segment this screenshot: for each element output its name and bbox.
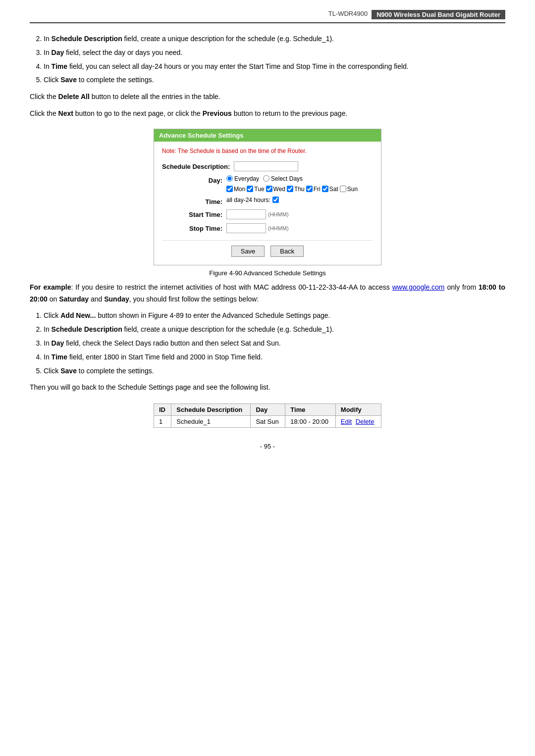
day-check-sat: Sat bbox=[322, 186, 338, 193]
intro-step-3: In Day field, select the day or days you… bbox=[44, 47, 505, 59]
start-time-field: (HHMM) bbox=[226, 209, 289, 219]
stop-hhmm-hint: (HHMM) bbox=[268, 225, 289, 231]
intro-step-5-bold: Save bbox=[60, 76, 77, 84]
example-step-4: In Time field, enter 1800 in Start Time … bbox=[44, 352, 505, 363]
day-checks: Mon Tue Wed Thu bbox=[226, 186, 358, 193]
select-days-label: Select Days bbox=[271, 175, 303, 182]
example-steps: Click Add New... button shown in Figure … bbox=[44, 310, 505, 377]
google-link[interactable]: www.google.com bbox=[392, 283, 445, 291]
day-check-sun: Sun bbox=[340, 186, 358, 193]
figure-caption: Figure 4-90 Advanced Schedule Settings bbox=[209, 269, 326, 277]
schedule-desc-label: Schedule Description: bbox=[162, 161, 234, 170]
back-button[interactable]: Back bbox=[270, 246, 304, 257]
day-check-mon: Mon bbox=[226, 186, 245, 193]
label-sun: Sun bbox=[347, 186, 358, 193]
start-time-row: Start Time: (HHMM) bbox=[162, 209, 373, 219]
settings-note: Note: The Schedule is based on the time … bbox=[162, 148, 373, 154]
day-label: Day: bbox=[162, 175, 226, 184]
allday-checkbox[interactable] bbox=[272, 197, 279, 203]
day-row: Day: Everyday Select Days bbox=[162, 175, 373, 193]
then-text: Then you will go back to the Schedule Se… bbox=[30, 382, 505, 394]
start-time-label: Start Time: bbox=[162, 209, 226, 218]
example-step-2: In Schedule Description field, create a … bbox=[44, 324, 505, 336]
day-check-fri: Fri bbox=[306, 186, 321, 193]
panel-buttons: Save Back bbox=[162, 240, 373, 257]
example-step-5: Click Save to complete the settings. bbox=[44, 365, 505, 377]
stop-time-input[interactable] bbox=[226, 223, 266, 233]
cell-modify: Edit Delete bbox=[335, 416, 381, 428]
stop-time-label: Stop Time: bbox=[162, 223, 226, 232]
next-prev-text: Click the Next button to go to the next … bbox=[30, 108, 505, 120]
everyday-radio-label[interactable]: Everyday bbox=[226, 175, 259, 182]
stop-time-row: Stop Time: (HHMM) bbox=[162, 223, 373, 233]
label-thu: Thu bbox=[294, 186, 305, 193]
delete-all-bold: Delete All bbox=[58, 93, 90, 101]
table-header-row: ID Schedule Description Day Time Modify bbox=[154, 404, 381, 416]
intro-step-4: In Time field, you can select all day-24… bbox=[44, 61, 505, 73]
cell-time: 18:00 - 20:00 bbox=[285, 416, 336, 428]
example-step-3-bold: Day bbox=[52, 339, 64, 347]
select-days-radio[interactable] bbox=[263, 175, 269, 182]
schedule-desc-field bbox=[234, 161, 298, 171]
label-sat: Sat bbox=[329, 186, 338, 193]
stop-time-field: (HHMM) bbox=[226, 223, 289, 233]
checkbox-thu[interactable] bbox=[287, 186, 293, 192]
next-bold: Next bbox=[58, 109, 73, 117]
intro-step-2: In Schedule Description field, create a … bbox=[44, 33, 505, 45]
allday-row: all day-24 hours: bbox=[226, 197, 279, 203]
day-radio-group: Everyday Select Days bbox=[226, 175, 303, 182]
table-row: 1 Schedule_1 Sat Sun 18:00 - 20:00 Edit … bbox=[154, 416, 381, 428]
everyday-radio[interactable] bbox=[226, 175, 233, 182]
checkbox-sat[interactable] bbox=[322, 186, 328, 192]
time-row: Time: all day-24 hours: bbox=[162, 197, 373, 205]
schedule-desc-input[interactable] bbox=[234, 161, 298, 171]
checkbox-wed[interactable] bbox=[266, 186, 272, 192]
day-check-wed: Wed bbox=[266, 186, 285, 193]
previous-bold: Previous bbox=[203, 109, 232, 117]
header-model: TL-WDR4900 bbox=[328, 10, 368, 19]
schedule-desc-row: Schedule Description: bbox=[162, 161, 373, 171]
label-mon: Mon bbox=[234, 186, 245, 193]
example-step-2-bold: Schedule Description bbox=[52, 325, 122, 333]
edit-link[interactable]: Edit bbox=[341, 418, 352, 425]
checkbox-fri[interactable] bbox=[306, 186, 313, 192]
intro-step-4-bold: Time bbox=[52, 62, 67, 70]
table-container: ID Schedule Description Day Time Modify … bbox=[30, 399, 505, 428]
settings-panel-header: Advance Schedule Settings bbox=[154, 129, 381, 142]
select-days-radio-label[interactable]: Select Days bbox=[263, 175, 303, 182]
figure-container: Advance Schedule Settings Note: The Sche… bbox=[30, 129, 505, 277]
page-number: - 95 - bbox=[30, 443, 505, 450]
col-id: ID bbox=[154, 404, 171, 416]
settings-panel: Advance Schedule Settings Note: The Sche… bbox=[154, 129, 381, 265]
time-label: Time: bbox=[162, 197, 226, 205]
cell-description: Schedule_1 bbox=[171, 416, 251, 428]
day-check-tue: Tue bbox=[247, 186, 264, 193]
example-step-1-bold: Add New... bbox=[60, 311, 96, 319]
example-bold: For example bbox=[30, 283, 71, 291]
example-step-4-bold: Time bbox=[52, 353, 67, 361]
col-modify: Modify bbox=[335, 404, 381, 416]
label-wed: Wed bbox=[273, 186, 285, 193]
start-hhmm-hint: (HHMM) bbox=[268, 211, 289, 217]
delete-all-text: Click the Delete All button to delete al… bbox=[30, 91, 505, 103]
col-description: Schedule Description bbox=[171, 404, 251, 416]
everyday-label: Everyday bbox=[234, 175, 259, 182]
settings-panel-body: Note: The Schedule is based on the time … bbox=[154, 142, 381, 265]
checkbox-mon[interactable] bbox=[226, 186, 233, 192]
checkbox-sun[interactable] bbox=[340, 186, 346, 192]
start-time-input[interactable] bbox=[226, 209, 266, 219]
header-title: N900 Wireless Dual Band Gigabit Router bbox=[372, 10, 505, 19]
day-check-thu: Thu bbox=[287, 186, 305, 193]
save-button[interactable]: Save bbox=[231, 246, 265, 257]
label-fri: Fri bbox=[314, 186, 321, 193]
example-step-5-bold: Save bbox=[60, 367, 77, 375]
cell-day: Sat Sun bbox=[251, 416, 285, 428]
example-step-1: Click Add New... button shown in Figure … bbox=[44, 310, 505, 322]
intro-step-2-bold: Schedule Description bbox=[52, 35, 122, 43]
example-para: For example: If you desire to restrict t… bbox=[30, 282, 505, 305]
intro-step-5: Click Save to complete the settings. bbox=[44, 74, 505, 86]
delete-link[interactable]: Delete bbox=[356, 418, 374, 425]
checkbox-tue[interactable] bbox=[247, 186, 253, 192]
col-day: Day bbox=[251, 404, 285, 416]
col-time: Time bbox=[285, 404, 336, 416]
